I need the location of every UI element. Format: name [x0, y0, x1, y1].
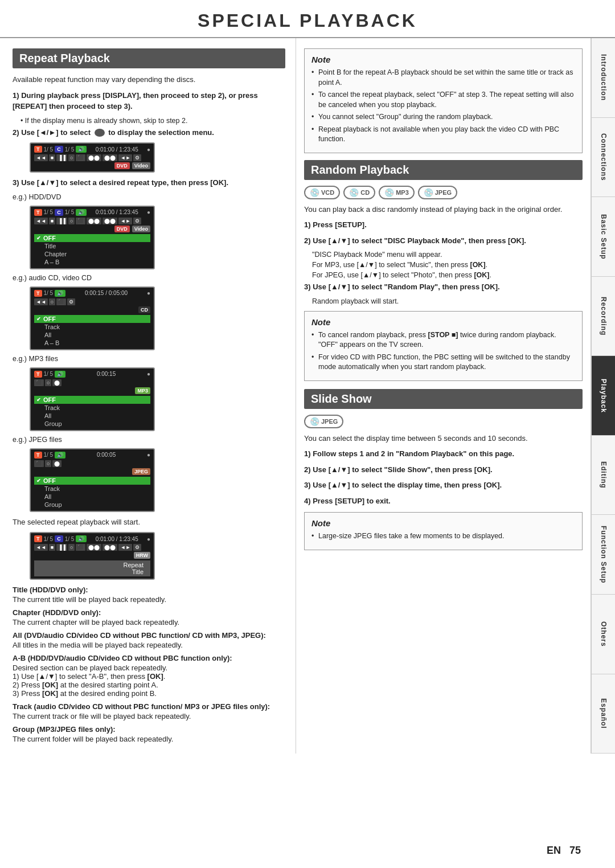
vcd-label: VCD [321, 189, 334, 196]
repeat-step2: 2) Use [◄/►] to select to display the se… [13, 127, 285, 138]
def-track-desc: The current track or file will be played… [13, 712, 285, 720]
slideshow-intro: You can select the display time between … [304, 433, 583, 444]
random-note-list: To cancel random playback, press [STOP ■… [311, 330, 575, 372]
random-step2: 2) Use [▲/▼] to select "DISC Playback Mo… [304, 235, 583, 247]
random-note-item-2: For video CD with PBC function, the PBC … [311, 353, 575, 372]
repeat-step1-sub: • If the display menu is already shown, … [13, 117, 285, 125]
repeat-step1: 1) During playback press [DISPLAY], then… [13, 90, 285, 112]
random-note-item-1: To cancel random playback, press [STOP ■… [311, 330, 575, 350]
def-chapter: Chapter (HDD/DVD only): [13, 608, 285, 617]
disc-badge-vcd: 💿 VCD [304, 186, 340, 199]
repeat-step1-text: 1) During playback press [DISPLAY], then… [13, 91, 258, 111]
mp3-label: MP3 [396, 189, 409, 196]
page-footer: EN 75 [547, 845, 581, 857]
repeat-step3: 3) Use [▲/▼] to select a desired repeat … [13, 177, 285, 189]
sidebar-item-function-setup[interactable]: Function Setup [592, 515, 615, 595]
right-column: Note Point B for the repeat A-B playback… [296, 38, 591, 754]
def-all-desc: All titles in the media will be played b… [13, 641, 285, 649]
random-step3-sub: Random playback will start. [304, 297, 583, 305]
cd-disc-icon: 💿 [349, 188, 359, 197]
screen-jpeg: T 1/ 5 🔊 0:00:05 ● ⬛○ ⬤ JPEG OFF Track [30, 448, 285, 512]
slideshow-disc-badges: 💿 JPEG [304, 415, 583, 428]
sidebar-label-recording: Recording [600, 297, 608, 335]
def-title: Title (HDD/DVD only): [13, 586, 285, 594]
slideshow-step1: 1) Follow steps 1 and 2 in "Random Playb… [304, 448, 583, 460]
def-ab: A-B (HDD/DVD/audio CD/video CD without P… [13, 654, 285, 662]
left-column: Repeat Playback Available repeat functio… [0, 38, 296, 754]
random-note-title: Note [311, 317, 575, 327]
sidebar-label-connections: Connections [600, 133, 608, 181]
random-step2-sub1: "DISC Playback Mode" menu will appear. [304, 251, 583, 259]
random-step2-sub2: For MP3, use [▲/▼] to select "Music", th… [304, 261, 583, 269]
repeat-note-item-1: Point B for the repeat A-B playback shou… [311, 68, 575, 88]
sidebar-label-others: Others [600, 621, 608, 647]
repeat-note-title: Note [311, 55, 575, 64]
random-playback-heading: Random Playback [304, 160, 583, 180]
slideshow-step2: 2) Use [▲/▼] to select "Slide Show", the… [304, 464, 583, 476]
repeat-note-item-3: You cannot select "Group" during the ran… [311, 112, 575, 122]
main-layout: Repeat Playback Available repeat functio… [0, 38, 615, 754]
repeat-note-box: Note Point B for the repeat A-B playback… [304, 48, 583, 153]
slideshow-step3: 3) Use [▲/▼] to select the display time,… [304, 480, 583, 491]
definitions-list: Title (HDD/DVD only): The current title … [13, 586, 285, 743]
sidebar-item-others[interactable]: Others [592, 595, 615, 674]
slideshow-note-title: Note [311, 518, 575, 528]
side-nav: Introduction Connections Basic Setup Rec… [591, 38, 615, 754]
page-title: SPECIAL PLAYBACK [0, 10, 615, 31]
eg-mp3-label: e.g.) MP3 files [13, 355, 285, 363]
slideshow-jpeg-badge: 💿 JPEG [304, 415, 343, 428]
jpeg-disc-icon: 💿 [424, 188, 433, 197]
random-step2-sub3: For JPEG, use [▲/▼] to select "Photo", t… [304, 271, 583, 279]
def-track: Track (audio CD/video CD without PBC fun… [13, 702, 285, 711]
def-group-desc: The current folder will be played back r… [13, 735, 285, 743]
sidebar-item-basic-setup[interactable]: Basic Setup [592, 197, 615, 277]
repeat-note-item-4: Repeat playback is not available when yo… [311, 125, 575, 145]
slideshow-note-item-1: Large-size JPEG files take a few moments… [311, 531, 575, 542]
sidebar-label-editing: Editing [600, 461, 608, 489]
def-chapter-desc: The current chapter will be played back … [13, 618, 285, 627]
slideshow-jpeg-label: JPEG [321, 418, 338, 425]
screen-mp3: T 1/ 5 🔊 0:00:15 ● ⬛○ ⬤ MP3 OFF Track [30, 367, 285, 431]
vcd-disc-icon: 💿 [310, 188, 319, 197]
sidebar-label-function-setup: Function Setup [600, 526, 608, 583]
repeat-note-item-2: To cancel the repeat playback, select "O… [311, 90, 575, 110]
slideshow-step4: 4) Press [SETUP] to exit. [304, 496, 583, 507]
page-title-bar: SPECIAL PLAYBACK [0, 0, 615, 38]
jpeg-label: JPEG [435, 189, 452, 196]
random-step3: 3) Use [▲/▼] to select "Random Play", th… [304, 281, 583, 293]
screen-hdd-dvd: T 1/ 5 C 1/ 5 🔊 0:01:00 / 1:23:45 ● ◄◄■ … [30, 206, 285, 269]
sidebar-item-connections[interactable]: Connections [592, 118, 615, 198]
disc-badge-cd: 💿 CD [343, 186, 375, 199]
sidebar-item-recording[interactable]: Recording [592, 277, 615, 357]
slideshow-note-list: Large-size JPEG files take a few moments… [311, 531, 575, 542]
repeat-intro: Available repeat function may vary depen… [13, 74, 285, 85]
page-en: EN [547, 845, 561, 856]
sidebar-item-playback[interactable]: Playback [592, 356, 615, 436]
disc-badge-mp3: 💿 MP3 [379, 186, 415, 199]
sidebar-label-basic-setup: Basic Setup [600, 214, 608, 260]
repeat-selected-note: The selected repeat playback will start. [13, 517, 285, 528]
sidebar-item-espanol[interactable]: Español [592, 674, 615, 754]
disc-badge-jpeg: 💿 JPEG [418, 186, 457, 199]
sidebar-item-editing[interactable]: Editing [592, 436, 615, 515]
random-note-box: Note To cancel random playback, press [S… [304, 311, 583, 381]
random-disc-badges: 💿 VCD 💿 CD 💿 MP3 💿 JPEG [304, 186, 583, 199]
def-group: Group (MP3/JPEG files only): [13, 725, 285, 734]
eg-audio-cd-label: e.g.) audio CD, video CD [13, 274, 285, 282]
def-all: All (DVD/audio CD/video CD without PBC f… [13, 631, 285, 640]
slide-show-heading: Slide Show [304, 389, 583, 409]
screen-display-step2: T 1/ 5 C 1/ 5 🔊 0:01:00 / 1:23:45 ● ◄◄ ■… [30, 142, 285, 173]
sidebar-item-introduction[interactable]: Introduction [592, 38, 615, 118]
sidebar-label-espanol: Español [600, 698, 608, 729]
repeat-playback-heading: Repeat Playback [13, 48, 285, 68]
random-step1: 1) Press [SETUP]. [304, 219, 583, 231]
random-intro: You can play back a disc randomly instea… [304, 204, 583, 215]
screen-repeat-final: T 1/ 5 C 1/ 5 🔊 0:01:00 / 1:23:45 ● ◄◄■ … [30, 532, 285, 580]
eg-jpeg-label: e.g.) JPEG files [13, 436, 285, 444]
mp3-disc-icon: 💿 [384, 188, 394, 197]
sidebar-label-playback: Playback [600, 379, 608, 413]
page-number: 75 [569, 845, 581, 856]
screen-audio-cd: T 1/ 5 🔊 0:00:15 / 0:05:00 ● ◄◄○ ⬛⚙ CD O… [30, 286, 285, 350]
cd-label: CD [360, 189, 370, 196]
repeat-note-list: Point B for the repeat A-B playback shou… [311, 68, 575, 145]
